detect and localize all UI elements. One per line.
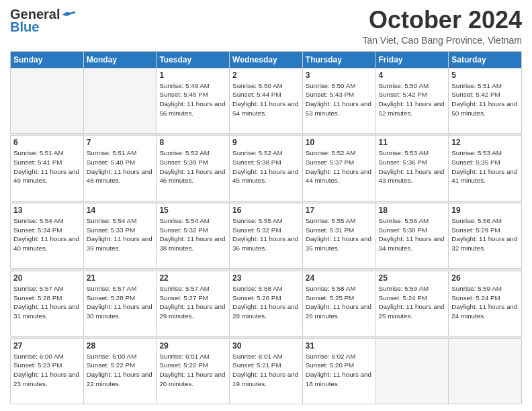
- day-info: Sunrise: 5:56 AMSunset: 5:30 PMDaylight:…: [379, 216, 446, 253]
- day-info: Sunrise: 5:53 AMSunset: 5:36 PMDaylight:…: [379, 148, 446, 185]
- day-info: Sunrise: 5:58 AMSunset: 5:26 PMDaylight:…: [232, 284, 300, 321]
- day-number: 7: [87, 138, 154, 147]
- calendar-week-5: 27Sunrise: 6:00 AMSunset: 5:23 PMDayligh…: [11, 338, 522, 404]
- day-number: 16: [232, 205, 300, 215]
- day-number: 30: [232, 341, 300, 351]
- table-row: 30Sunrise: 6:01 AMSunset: 5:21 PMDayligh…: [230, 338, 303, 404]
- day-info: Sunrise: 5:49 AMSunset: 5:45 PMDaylight:…: [159, 81, 226, 118]
- table-row: 11Sunrise: 5:53 AMSunset: 5:36 PMDayligh…: [375, 136, 449, 201]
- day-info: Sunrise: 5:56 AMSunset: 5:29 PMDaylight:…: [451, 216, 519, 253]
- table-row: 15Sunrise: 5:54 AMSunset: 5:32 PMDayligh…: [157, 203, 230, 269]
- day-number: 24: [306, 273, 373, 283]
- table-row: 25Sunrise: 5:59 AMSunset: 5:24 PMDayligh…: [375, 271, 449, 336]
- day-number: 23: [232, 273, 300, 283]
- table-row: 19Sunrise: 5:56 AMSunset: 5:29 PMDayligh…: [449, 203, 522, 269]
- day-number: 29: [159, 341, 226, 351]
- table-row: [375, 338, 449, 404]
- table-row: [83, 68, 157, 133]
- day-info: Sunrise: 5:57 AMSunset: 5:28 PMDaylight:…: [87, 284, 154, 321]
- table-row: 31Sunrise: 6:02 AMSunset: 5:20 PMDayligh…: [302, 338, 375, 404]
- table-row: 24Sunrise: 5:58 AMSunset: 5:25 PMDayligh…: [302, 271, 375, 336]
- day-number: 5: [451, 71, 519, 80]
- table-row: 13Sunrise: 5:54 AMSunset: 5:34 PMDayligh…: [11, 203, 84, 269]
- day-info: Sunrise: 5:58 AMSunset: 5:25 PMDaylight:…: [306, 284, 373, 321]
- calendar-header-row: Sunday Monday Tuesday Wednesday Thursday…: [11, 51, 522, 68]
- day-info: Sunrise: 5:51 AMSunset: 5:41 PMDaylight:…: [13, 148, 81, 185]
- day-info: Sunrise: 5:54 AMSunset: 5:33 PMDaylight:…: [87, 216, 154, 253]
- table-row: 6Sunrise: 5:51 AMSunset: 5:41 PMDaylight…: [11, 136, 84, 201]
- table-row: 17Sunrise: 5:55 AMSunset: 5:31 PMDayligh…: [302, 203, 375, 269]
- day-number: 18: [379, 205, 446, 215]
- day-info: Sunrise: 5:52 AMSunset: 5:37 PMDaylight:…: [306, 148, 373, 185]
- day-number: 17: [306, 205, 373, 215]
- day-number: 2: [232, 71, 300, 80]
- logo-blue-text: Blue: [10, 19, 39, 35]
- table-row: 16Sunrise: 5:55 AMSunset: 5:32 PMDayligh…: [230, 203, 303, 269]
- day-number: 11: [379, 138, 446, 147]
- table-row: 2Sunrise: 5:50 AMSunset: 5:44 PMDaylight…: [230, 68, 303, 133]
- col-friday: Friday: [375, 51, 449, 68]
- day-info: Sunrise: 6:02 AMSunset: 5:20 PMDaylight:…: [306, 352, 373, 389]
- day-info: Sunrise: 5:50 AMSunset: 5:44 PMDaylight:…: [232, 81, 300, 118]
- day-number: 27: [13, 341, 81, 351]
- day-number: 4: [379, 71, 446, 80]
- table-row: 27Sunrise: 6:00 AMSunset: 5:23 PMDayligh…: [11, 338, 84, 404]
- day-number: 14: [87, 205, 154, 215]
- day-info: Sunrise: 5:57 AMSunset: 5:27 PMDaylight:…: [159, 284, 226, 321]
- day-number: 19: [451, 205, 519, 215]
- location: Tan Viet, Cao Bang Province, Vietnam: [362, 35, 522, 46]
- day-number: 26: [451, 273, 519, 283]
- table-row: 26Sunrise: 5:59 AMSunset: 5:24 PMDayligh…: [449, 271, 522, 336]
- day-info: Sunrise: 6:00 AMSunset: 5:23 PMDaylight:…: [13, 352, 81, 389]
- day-info: Sunrise: 5:55 AMSunset: 5:31 PMDaylight:…: [306, 216, 373, 253]
- table-row: 23Sunrise: 5:58 AMSunset: 5:26 PMDayligh…: [230, 271, 303, 336]
- day-number: 21: [87, 273, 154, 283]
- day-number: 12: [451, 138, 519, 147]
- table-row: 12Sunrise: 5:53 AMSunset: 5:35 PMDayligh…: [449, 136, 522, 201]
- day-info: Sunrise: 5:52 AMSunset: 5:39 PMDaylight:…: [159, 148, 226, 185]
- table-row: 5Sunrise: 5:51 AMSunset: 5:42 PMDaylight…: [449, 68, 522, 133]
- day-number: 25: [379, 273, 446, 283]
- day-number: 22: [159, 273, 226, 283]
- header: General Blue October 2024 Tan Viet, Cao …: [10, 7, 522, 46]
- day-info: Sunrise: 5:55 AMSunset: 5:32 PMDaylight:…: [232, 216, 300, 253]
- day-number: 13: [13, 205, 81, 215]
- day-info: Sunrise: 5:59 AMSunset: 5:24 PMDaylight:…: [379, 284, 446, 321]
- day-info: Sunrise: 5:54 AMSunset: 5:34 PMDaylight:…: [13, 216, 81, 253]
- col-wednesday: Wednesday: [230, 51, 303, 68]
- table-row: 9Sunrise: 5:52 AMSunset: 5:38 PMDaylight…: [230, 136, 303, 201]
- table-row: 14Sunrise: 5:54 AMSunset: 5:33 PMDayligh…: [83, 203, 157, 269]
- day-number: 15: [159, 205, 226, 215]
- calendar-table: Sunday Monday Tuesday Wednesday Thursday…: [10, 51, 522, 404]
- day-info: Sunrise: 5:50 AMSunset: 5:42 PMDaylight:…: [379, 81, 446, 118]
- logo: General Blue: [10, 7, 76, 35]
- day-number: 20: [13, 273, 81, 283]
- calendar-week-1: 1Sunrise: 5:49 AMSunset: 5:45 PMDaylight…: [11, 68, 522, 133]
- title-area: October 2024 Tan Viet, Cao Bang Province…: [362, 7, 522, 46]
- calendar-week-4: 20Sunrise: 5:57 AMSunset: 5:28 PMDayligh…: [11, 271, 522, 336]
- day-number: 8: [159, 138, 226, 147]
- page: General Blue October 2024 Tan Viet, Cao …: [0, 0, 532, 411]
- day-info: Sunrise: 5:53 AMSunset: 5:35 PMDaylight:…: [451, 148, 519, 185]
- day-info: Sunrise: 5:50 AMSunset: 5:43 PMDaylight:…: [306, 81, 373, 118]
- day-info: Sunrise: 5:59 AMSunset: 5:24 PMDaylight:…: [451, 284, 519, 321]
- day-info: Sunrise: 5:57 AMSunset: 5:28 PMDaylight:…: [13, 284, 81, 321]
- day-info: Sunrise: 5:54 AMSunset: 5:32 PMDaylight:…: [159, 216, 226, 253]
- day-info: Sunrise: 6:00 AMSunset: 5:22 PMDaylight:…: [87, 352, 154, 389]
- table-row: 20Sunrise: 5:57 AMSunset: 5:28 PMDayligh…: [11, 271, 84, 336]
- table-row: 1Sunrise: 5:49 AMSunset: 5:45 PMDaylight…: [157, 68, 230, 133]
- calendar-week-2: 6Sunrise: 5:51 AMSunset: 5:41 PMDaylight…: [11, 136, 522, 201]
- day-info: Sunrise: 5:51 AMSunset: 5:40 PMDaylight:…: [87, 148, 154, 185]
- day-number: 3: [306, 71, 373, 80]
- table-row: 18Sunrise: 5:56 AMSunset: 5:30 PMDayligh…: [375, 203, 449, 269]
- calendar-week-3: 13Sunrise: 5:54 AMSunset: 5:34 PMDayligh…: [11, 203, 522, 269]
- col-monday: Monday: [83, 51, 157, 68]
- logo-bird-icon: [61, 9, 76, 20]
- table-row: 28Sunrise: 6:00 AMSunset: 5:22 PMDayligh…: [83, 338, 157, 404]
- col-saturday: Saturday: [449, 51, 522, 68]
- day-info: Sunrise: 5:52 AMSunset: 5:38 PMDaylight:…: [232, 148, 300, 185]
- table-row: [11, 68, 84, 133]
- table-row: 29Sunrise: 6:01 AMSunset: 5:22 PMDayligh…: [157, 338, 230, 404]
- day-number: 31: [306, 341, 373, 351]
- day-info: Sunrise: 6:01 AMSunset: 5:21 PMDaylight:…: [232, 352, 300, 389]
